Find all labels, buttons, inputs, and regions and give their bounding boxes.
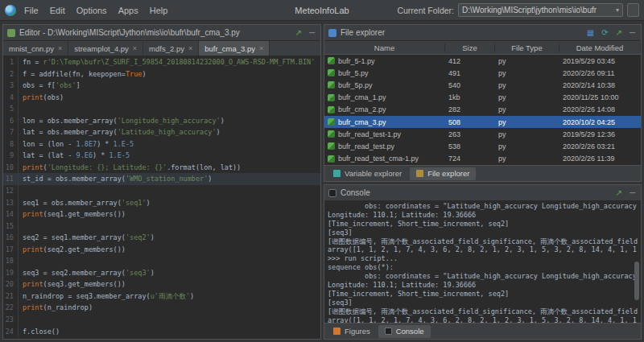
browse-folder-button[interactable] xyxy=(627,3,639,17)
line-number: 18 xyxy=(3,255,19,267)
code-line[interactable]: 18 xyxy=(3,255,320,267)
editor-tab-mdfs_2-py[interactable]: mdfs_2.py× xyxy=(143,41,199,56)
code-line[interactable]: 9lat = (lat - 9.E6) * 1.E-5 xyxy=(3,150,320,162)
code-line[interactable]: 7lat = obs.member_array('Latitude_high_a… xyxy=(3,126,320,138)
file-row[interactable]: bufr_5p.py540py2020/2/14 10:38 xyxy=(324,79,641,91)
refresh-icon[interactable]: ⟳ xyxy=(600,29,609,37)
minimize-panel-icon[interactable]: ─ xyxy=(308,29,316,37)
file-type: py xyxy=(495,69,559,77)
code-line[interactable]: 13seq1 = obs.member_array('seq1') xyxy=(3,197,320,209)
code-line[interactable]: 22print(n_raindrop) xyxy=(3,302,320,314)
code-line[interactable]: 10print('Longitude: {}; Latitude: {}'.fo… xyxy=(3,162,320,174)
line-number: 4 xyxy=(3,92,19,104)
code-line[interactable]: 16seq2 = seq1.member_array('seq2') xyxy=(3,232,320,244)
file-size: 538 xyxy=(445,142,495,150)
file-name: bufr_read_test-1.py xyxy=(338,130,401,138)
menu-item-apps[interactable]: Apps xyxy=(114,3,143,18)
code-line[interactable]: 24f.close() xyxy=(3,326,320,338)
column-header-type[interactable]: File Type xyxy=(495,43,559,52)
file-row[interactable]: bufr_cma_1.py1kbpy2020/11/25 10:00 xyxy=(324,92,641,104)
file-explorer-header: File explorer ▦ ⟳ ↗ ─ xyxy=(324,25,641,41)
file-row[interactable]: bufr_cma_2.py282py2020/2/26 14:08 xyxy=(324,104,641,116)
code-text: lon = (lon - 1.8E7) * 1.E-5 xyxy=(19,138,134,150)
code-editor[interactable]: 1fn = r'D:\Temp\bufr\Z_SURF_I_59854_2018… xyxy=(3,56,320,339)
code-text: print(n_raindrop) xyxy=(19,302,93,314)
tab-variable-explorer[interactable]: Variable explorer xyxy=(327,167,408,180)
file-name-cell: bufr_cma_2.py xyxy=(324,105,445,113)
folder-icon xyxy=(416,170,423,177)
code-line[interactable]: 6lon = obs.member_array('Longitude_high_… xyxy=(3,115,320,127)
float-panel-icon[interactable]: ↗ xyxy=(294,29,303,37)
tab-label: Figures xyxy=(345,327,370,336)
console-line: [seq3] xyxy=(328,299,638,307)
file-table: bufr_5-1.py412py2019/5/29 03:45bufr_5.py… xyxy=(324,55,641,165)
python-file-icon xyxy=(328,130,335,138)
code-line[interactable]: 17print(seq2.get_members()) xyxy=(3,244,320,256)
console-header: Console ↗ ─ xyxy=(324,185,641,201)
file-row[interactable]: bufr_5-1.py412py2019/5/29 03:45 xyxy=(324,55,641,67)
file-size: 724 xyxy=(445,155,495,163)
file-row[interactable]: bufr_read_test-1.py263py2019/5/29 12:36 xyxy=(324,128,641,140)
file-type: py xyxy=(495,155,559,163)
menu-item-help[interactable]: Help xyxy=(145,3,173,18)
file-row[interactable]: bufr_5.py491py2020/2/26 09:11 xyxy=(324,67,641,79)
chart-icon xyxy=(333,328,341,335)
file-row[interactable]: bufr_read_test.py538py2020/2/26 03:21 xyxy=(324,140,641,152)
file-date: 2020/2/26 03:21 xyxy=(559,142,641,150)
code-line[interactable]: 8lon = (lon - 1.8E7) * 1.E-5 xyxy=(3,138,320,150)
current-folder-value: D:\Working\MIScript\jython\mis\io\bufr xyxy=(462,6,616,14)
code-line[interactable]: 15 xyxy=(3,220,320,233)
line-number: 17 xyxy=(3,244,19,256)
editor-tab-bufr_cma_3-py[interactable]: bufr_cma_3.py× xyxy=(199,41,270,56)
console-output[interactable]: obs: coordinates = "Latitude_high_accura… xyxy=(324,201,641,323)
grid-view-icon[interactable]: ▦ xyxy=(585,29,596,37)
menu-item-file[interactable]: File xyxy=(19,3,43,18)
code-line[interactable]: 23 xyxy=(3,314,320,326)
tab-close-icon[interactable]: × xyxy=(58,44,62,52)
code-line[interactable]: 12 xyxy=(3,185,320,197)
code-line[interactable]: 19seq3 = seq2.member_array('seq3') xyxy=(3,267,320,279)
column-header-name[interactable]: Name xyxy=(324,43,445,52)
code-line[interactable]: 5 xyxy=(3,103,320,115)
tab-close-icon[interactable]: × xyxy=(188,44,192,52)
console-line: [谱图数据编号, 雨滴个数_associated_field_significa… xyxy=(328,237,638,246)
editor-tab-streamplot_4-py[interactable]: streamplot_4.py× xyxy=(68,41,143,56)
code-line[interactable]: 21n_raindrop = seq3.member_array(u'雨滴个数'… xyxy=(3,290,320,303)
code-text: st_id = obs.member_array('WMO_station_nu… xyxy=(19,173,212,185)
minimize-panel-icon[interactable]: ─ xyxy=(628,189,637,197)
code-text xyxy=(19,103,23,115)
tab-close-icon[interactable]: × xyxy=(259,44,263,52)
tab-close-icon[interactable]: × xyxy=(133,44,137,52)
code-line[interactable]: 11st_id = obs.member_array('WMO_station_… xyxy=(3,173,320,185)
file-row[interactable]: bufr_cma_3.py508py2020/10/2 04:25 xyxy=(324,116,641,128)
code-line[interactable]: 20print(seq3.get_members()) xyxy=(3,278,320,290)
console-line: >>> run script... xyxy=(328,254,638,263)
file-date: 2020/2/14 10:38 xyxy=(559,81,641,89)
current-folder-combobox[interactable]: D:\Working\MIScript\jython\mis\io\bufr ▾ xyxy=(458,3,623,17)
code-line[interactable]: 1fn = r'D:\Temp\bufr\Z_SURF_I_59854_2018… xyxy=(3,56,320,68)
column-header-size[interactable]: Size xyxy=(445,43,495,52)
tab-file-explorer[interactable]: File explorer xyxy=(410,167,476,180)
chevron-down-icon[interactable]: ▾ xyxy=(616,6,619,14)
editor-tab-mnist_cnn-py[interactable]: mnist_cnn.py× xyxy=(3,41,68,56)
menu-item-options[interactable]: Options xyxy=(72,3,112,18)
column-header-date[interactable]: Date Modified xyxy=(559,43,641,52)
tab-console[interactable]: Console xyxy=(378,325,431,338)
code-line[interactable]: 3obs = f['obs'] xyxy=(3,80,320,92)
console-scrollbar-thumb[interactable] xyxy=(634,262,639,300)
file-table-header: NameSizeFile TypeDate Modified xyxy=(324,41,641,55)
code-line[interactable]: 4print(obs) xyxy=(3,92,320,104)
minimize-panel-icon[interactable]: ─ xyxy=(628,29,637,37)
code-text xyxy=(19,185,23,197)
tab-figures[interactable]: Figures xyxy=(327,325,377,338)
line-number: 12 xyxy=(3,185,19,197)
float-panel-icon[interactable]: ↗ xyxy=(614,29,624,37)
line-number: 23 xyxy=(3,314,19,326)
code-text: print(obs) xyxy=(19,92,64,104)
code-text xyxy=(19,255,23,267)
file-row[interactable]: bufr_read_test_cma-1.py724py2020/2/26 11… xyxy=(324,153,641,165)
float-panel-icon[interactable]: ↗ xyxy=(614,189,624,197)
code-line[interactable]: 2f = addfile(fn, keepopen=True) xyxy=(3,68,320,80)
code-line[interactable]: 14print(seq1.get_members()) xyxy=(3,208,320,220)
menu-item-edit[interactable]: Edit xyxy=(45,3,70,18)
